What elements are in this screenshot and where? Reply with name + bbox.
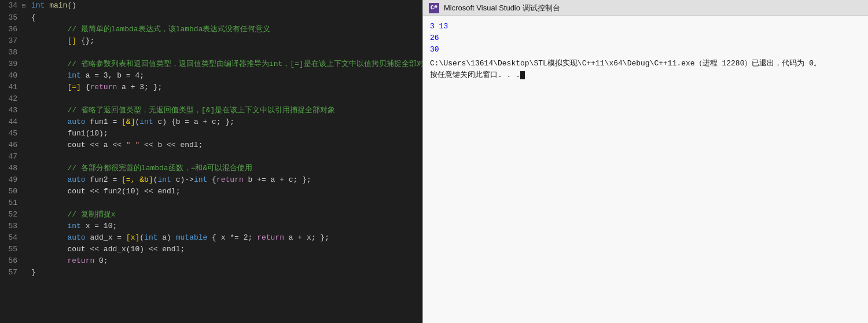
table-row: 49 auto fun2 = [=, &b](int c)->int {retu…	[0, 174, 422, 186]
table-row: 55 cout << add_x(10) << endl;	[0, 244, 422, 255]
line-number: 45	[0, 128, 22, 140]
line-content: auto fun2 = [=, &b](int c)->int {return …	[31, 174, 422, 186]
line-number: 43	[0, 105, 22, 116]
line-number: 50	[0, 186, 22, 197]
line-content: // 省略了返回值类型，无返回值类型，[&]是在该上下文中以引用捕捉全部对象	[31, 105, 422, 116]
line-content: // 各部分都很完善的lambda函数，=和&可以混合使用	[31, 163, 422, 174]
line-content: cout << a << " " << b << endl;	[31, 140, 422, 151]
line-content: cout << fun2(10) << endl;	[31, 186, 422, 197]
code-lines: 34⊟int main()35{36 // 最简单的lambda表达式，该lam…	[0, 0, 422, 278]
table-row: 50 cout << fun2(10) << endl;	[0, 186, 422, 197]
table-row: 51	[0, 197, 422, 209]
console-output-3: 30	[430, 44, 861, 56]
table-row: 39 // 省略参数列表和返回值类型，返回值类型由编译器推导为int，[=]是在…	[0, 58, 422, 70]
table-row: 47	[0, 151, 422, 163]
line-number: 35	[0, 12, 22, 24]
line-number: 44	[0, 116, 22, 128]
table-row: 53 int x = 10;	[0, 221, 422, 232]
line-number: 56	[0, 255, 22, 267]
line-content: int main()	[31, 0, 422, 12]
line-number: 39	[0, 58, 22, 70]
table-row: 35{	[0, 12, 422, 24]
line-number: 49	[0, 174, 22, 186]
line-content: cout << add_x(10) << endl;	[31, 244, 422, 255]
table-row: 56 return 0;	[0, 255, 422, 267]
line-number: 36	[0, 24, 22, 35]
line-number: 42	[0, 93, 22, 105]
table-row: 45 fun1(10);	[0, 128, 422, 140]
line-number: 57	[0, 267, 22, 278]
console-panel: C# Microsoft Visual Studio 调试控制台 3 13 26…	[422, 0, 868, 323]
line-number: 53	[0, 221, 22, 232]
console-app-icon: C#	[429, 3, 439, 13]
line-number: 48	[0, 163, 22, 174]
line-number: 46	[0, 140, 22, 151]
line-number: 47	[0, 151, 22, 163]
line-content: // 最简单的lambda表达式，该lambda表达式没有任何意义	[31, 24, 422, 35]
line-number: 37	[0, 35, 22, 47]
table-row: 34⊟int main()	[0, 0, 422, 12]
table-row: 52 // 复制捕捉x	[0, 209, 422, 221]
line-number: 38	[0, 47, 22, 58]
line-number: 51	[0, 197, 22, 209]
console-output-1: 3 13	[430, 21, 861, 32]
table-row: 36 // 最简单的lambda表达式，该lambda表达式没有任何意义	[0, 24, 422, 35]
code-editor[interactable]: 34⊟int main()35{36 // 最简单的lambda表达式，该lam…	[0, 0, 422, 323]
line-content: fun1(10);	[31, 128, 422, 140]
line-content: return 0;	[31, 255, 422, 267]
table-row: 38	[0, 47, 422, 58]
console-title: Microsoft Visual Studio 调试控制台	[444, 3, 560, 13]
console-output-2: 26	[430, 32, 861, 44]
table-row: 46 cout << a << " " << b << endl;	[0, 140, 422, 151]
line-number: 41	[0, 82, 22, 93]
table-row: 42	[0, 93, 422, 105]
line-content: [=] {return a + 3; };	[31, 82, 422, 93]
table-row: 44 auto fun1 = [&](int c) {b = a + c; };	[0, 116, 422, 128]
table-row: 40 int a = 3, b = 4;	[0, 70, 422, 82]
line-content: int x = 10;	[31, 221, 422, 232]
console-path-line: C:\Users\13614\Desktop\STL模拟实现\C++11\x64…	[430, 58, 861, 69]
console-titlebar: C# Microsoft Visual Studio 调试控制台	[423, 0, 868, 16]
table-row: 48 // 各部分都很完善的lambda函数，=和&可以混合使用	[0, 163, 422, 174]
table-row: 41 [=] {return a + 3; };	[0, 82, 422, 93]
line-content: int a = 3, b = 4;	[31, 70, 422, 82]
line-content: {	[31, 12, 422, 24]
table-row: 54 auto add_x = [x](int a) mutable { x *…	[0, 232, 422, 244]
table-row: 37 [] {};	[0, 35, 422, 47]
table-row: 43 // 省略了返回值类型，无返回值类型，[&]是在该上下文中以引用捕捉全部对…	[0, 105, 422, 116]
console-prompt-line: 按任意键关闭此窗口. . .	[430, 69, 861, 81]
line-content: }	[31, 267, 422, 278]
line-number: 34	[0, 0, 22, 12]
table-row: 57}	[0, 267, 422, 278]
line-number: 54	[0, 232, 22, 244]
line-number: 55	[0, 244, 22, 255]
cursor	[520, 71, 525, 79]
line-content: auto add_x = [x](int a) mutable { x *= 2…	[31, 232, 422, 244]
line-number: 52	[0, 209, 22, 221]
line-number: 40	[0, 70, 22, 82]
line-content: // 省略参数列表和返回值类型，返回值类型由编译器推导为int，[=]是在该上下…	[31, 58, 422, 70]
line-content: [] {};	[31, 35, 422, 47]
line-content: // 复制捕捉x	[31, 209, 422, 221]
line-glyph: ⊟	[22, 1, 31, 12]
line-content: auto fun1 = [&](int c) {b = a + c; };	[31, 116, 422, 128]
console-content[interactable]: 3 13 26 30 C:\Users\13614\Desktop\STL模拟实…	[423, 16, 868, 323]
